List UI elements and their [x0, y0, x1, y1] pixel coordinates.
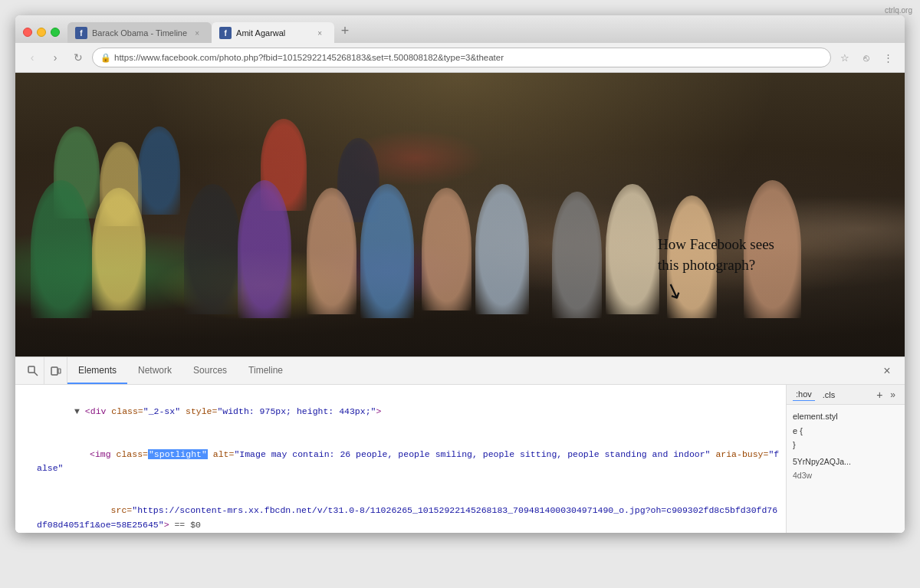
tab-title-obama: Barack Obama - Timeline	[92, 28, 187, 38]
styles-header: :hov .cls + »	[787, 385, 905, 405]
html-line-1: ▼ <div class="_2-sx" style="width: 975px…	[21, 391, 780, 433]
svg-rect-2	[51, 367, 58, 375]
html-line-2: <img class="spotlight" alt="Image may co…	[21, 433, 780, 490]
tab-close-amit[interactable]: ×	[314, 28, 325, 38]
styles-content: element.styl e { } 5YrNpy2AQJa... 4d3w	[787, 405, 905, 488]
svg-line-1	[34, 373, 38, 376]
styles-tab-hov[interactable]: :hov	[793, 388, 815, 401]
forward-button[interactable]: ›	[46, 48, 64, 67]
photo-placeholder	[15, 73, 905, 356]
html-line-3: src="https://scontent-mrs.xx.fbcdn.net/v…	[21, 490, 780, 533]
nav-bar: ‹ › ↻ 🔒 https://www.facebook.com/photo.p…	[15, 43, 905, 73]
styles-brace-close: }	[793, 438, 899, 452]
device-toggle-button[interactable]	[44, 357, 67, 385]
maximize-button[interactable]	[51, 28, 60, 37]
bookmark-button[interactable]: ☆	[836, 48, 854, 67]
devtools-tab-network[interactable]: Network	[127, 357, 182, 384]
reload-button[interactable]: ↻	[69, 48, 87, 67]
address-bar[interactable]: 🔒 https://www.facebook.com/photo.php?fbi…	[92, 48, 831, 67]
styles-panel: :hov .cls + » element.styl e { } 5YrNpy2…	[786, 385, 905, 533]
styles-class-name-1: 5YrNpy2AQJa...	[793, 455, 899, 469]
styles-element-selector: element.styl	[793, 409, 899, 424]
devtools-toolbar: Elements Network Sources Timeline × How …	[15, 357, 905, 385]
svg-rect-0	[28, 366, 34, 373]
devtools-close-button[interactable]: ×	[876, 357, 899, 385]
traffic-lights	[23, 28, 60, 37]
styles-expand-button[interactable]: »	[890, 389, 895, 400]
minimize-button[interactable]	[37, 28, 46, 37]
inspect-element-button[interactable]	[21, 357, 44, 385]
title-bar: f Barack Obama - Timeline × f Amit Agarw…	[15, 15, 905, 43]
back-button[interactable]: ‹	[23, 48, 41, 67]
tab-close-obama[interactable]: ×	[192, 28, 202, 38]
styles-class-name-2: 4d3w	[793, 469, 899, 483]
devtools-panel: Elements Network Sources Timeline × How …	[15, 356, 905, 533]
new-tab-button[interactable]: +	[334, 20, 356, 41]
photo-scene	[15, 73, 905, 356]
lock-icon: 🔒	[100, 53, 111, 63]
photo-area	[15, 73, 905, 356]
devtools-tab-elements[interactable]: Elements	[67, 357, 127, 384]
nav-actions: ☆ ⎋ ⋮	[836, 48, 897, 67]
devtools-content: ▼ <div class="_2-sx" style="width: 975px…	[15, 385, 905, 533]
url-text: https://www.facebook.com/photo.php?fbid=…	[114, 53, 504, 62]
html-panel: ▼ <div class="_2-sx" style="width: 975px…	[15, 385, 786, 533]
tab-favicon-amit: f	[219, 27, 232, 39]
browser-window: f Barack Obama - Timeline × f Amit Agarw…	[15, 15, 905, 533]
cast-button[interactable]: ⎋	[857, 48, 876, 67]
devtools-tab-timeline[interactable]: Timeline	[238, 357, 294, 384]
tab-favicon-obama: f	[75, 27, 87, 39]
styles-brace-open: e {	[793, 424, 899, 439]
tab-amit[interactable]: f Amit Agarwal ×	[212, 22, 334, 44]
menu-button[interactable]: ⋮	[879, 48, 897, 67]
tab-title-amit: Amit Agarwal	[236, 28, 310, 38]
tabs-row: f Barack Obama - Timeline × f Amit Agarw…	[67, 20, 897, 43]
close-button[interactable]	[23, 28, 32, 37]
styles-add-button[interactable]: +	[873, 389, 886, 401]
devtools-tab-sources[interactable]: Sources	[182, 357, 238, 384]
svg-rect-3	[58, 369, 61, 373]
styles-tab-cls[interactable]: .cls	[820, 389, 839, 401]
tab-obama[interactable]: f Barack Obama - Timeline ×	[67, 22, 212, 44]
